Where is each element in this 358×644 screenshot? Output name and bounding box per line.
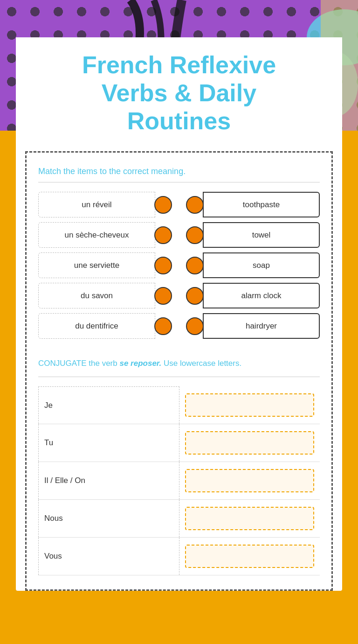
subject-tu: Tu [39,424,179,462]
conjugate-row-tu: Tu [39,424,320,462]
subject-vous: Vous [39,538,179,575]
subject-il: Il / Elle / On [39,462,179,500]
right-dot-1[interactable] [186,196,204,214]
right-item-2: towel [186,222,320,248]
answer-cell-je [179,386,320,424]
page-title: French Reflexive Verbs & Daily Routines [34,51,324,135]
section-divider [38,182,320,182]
match-row-1: un réveil toothpaste [38,192,320,217]
right-dot-3[interactable] [186,257,204,274]
subject-je: Je [39,386,179,424]
answer-input-vous[interactable] [185,545,314,568]
left-item-2: un sèche-cheveux [38,222,172,248]
answer-cell-vous [179,538,320,575]
conjugate-row-je: Je [39,386,320,424]
right-item-5: hairdryer [186,313,320,339]
right-box-2: towel [203,222,320,248]
main-card: French Reflexive Verbs & Daily Routines … [16,37,342,591]
title-area: French Reflexive Verbs & Daily Routines [16,37,342,147]
answer-input-je[interactable] [185,393,314,417]
content-area: Match the items to the correct meaning. … [25,151,333,591]
match-row-5: du dentifrice hairdryer [38,313,320,339]
answer-input-nous[interactable] [185,507,314,530]
right-dot-2[interactable] [186,226,204,244]
right-box-5: hairdryer [203,313,320,339]
conjugate-divider [38,377,320,377]
left-dot-3[interactable] [154,257,172,274]
left-box-2: un sèche-cheveux [38,222,155,248]
left-item-1: un réveil [38,192,172,217]
left-box-4: du savon [38,283,155,308]
right-dot-4[interactable] [186,287,204,305]
answer-input-il[interactable] [185,469,314,492]
right-dot-5[interactable] [186,317,204,335]
answer-input-tu[interactable] [185,431,314,455]
match-row-2: un sèche-cheveux towel [38,222,320,248]
conjugate-row-il: Il / Elle / On [39,462,320,500]
left-dot-1[interactable] [154,196,172,214]
conjugate-row-nous: Nous [39,500,320,538]
subject-nous: Nous [39,500,179,538]
match-instruction: Match the items to the correct meaning. [38,167,320,176]
match-container: un réveil toothpaste u [38,192,320,339]
right-box-1: toothpaste [203,192,320,217]
left-box-3: une serviette [38,252,155,278]
left-box-5: du dentifrice [38,313,155,339]
conjugate-section: CONJUGATE the verb se reposer. Use lower… [38,357,320,575]
left-item-3: une serviette [38,252,172,278]
match-section: Match the items to the correct meaning. … [38,167,320,339]
right-box-4: alarm clock [203,283,320,308]
right-box-3: soap [203,252,320,278]
match-row-3: une serviette soap [38,252,320,278]
left-box-1: un réveil [38,192,155,217]
match-row-4: du savon alarm clock [38,283,320,308]
left-dot-2[interactable] [154,226,172,244]
conjugate-instruction: CONJUGATE the verb se reposer. Use lower… [38,357,320,370]
left-dot-5[interactable] [154,317,172,335]
right-item-4: alarm clock [186,283,320,308]
conjugate-row-vous: Vous [39,538,320,575]
left-item-5: du dentifrice [38,313,172,339]
conjugate-table: Je Tu [38,386,320,576]
left-item-4: du savon [38,283,172,308]
right-item-3: soap [186,252,320,278]
right-item-1: toothpaste [186,192,320,217]
answer-cell-nous [179,500,320,538]
answer-cell-tu [179,424,320,462]
answer-cell-il [179,462,320,500]
left-dot-4[interactable] [154,287,172,305]
